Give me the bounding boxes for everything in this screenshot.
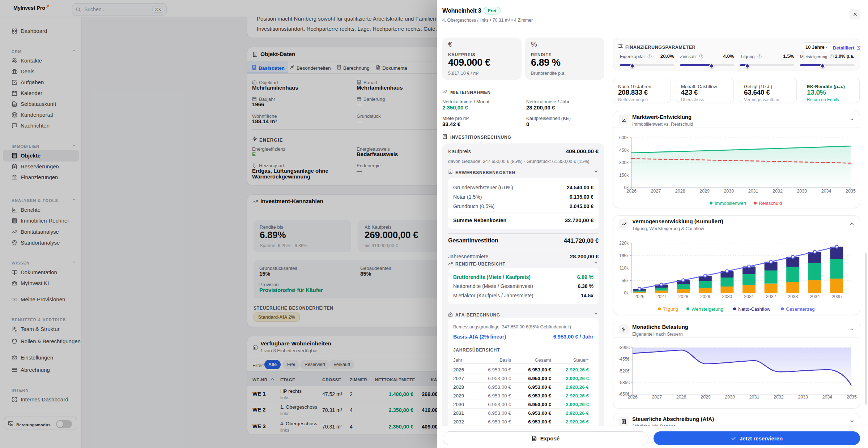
- svg-text:Netto-Cashflow: Netto-Cashflow: [738, 306, 770, 312]
- svg-text:2033: 2033: [797, 189, 807, 194]
- svg-text:300k: 300k: [619, 160, 629, 165]
- svg-text:Restschuld: Restschuld: [759, 201, 782, 206]
- svg-text:2035: 2035: [846, 189, 856, 194]
- svg-text:2033: 2033: [798, 395, 808, 400]
- svg-text:2026: 2026: [634, 294, 644, 299]
- svg-text:450k: 450k: [619, 148, 629, 153]
- svg-text:2026: 2026: [626, 189, 637, 194]
- svg-text:2032: 2032: [773, 189, 783, 194]
- svg-text:2027: 2027: [652, 395, 662, 400]
- svg-text:150k: 150k: [619, 173, 629, 178]
- svg-text:2031: 2031: [749, 395, 760, 400]
- svg-text:110k: 110k: [620, 266, 629, 271]
- svg-text:Wertsteigerung: Wertsteigerung: [692, 306, 723, 312]
- svg-text:-585€: -585€: [618, 380, 630, 385]
- svg-text:Tilgung: Tilgung: [663, 306, 678, 312]
- svg-text:Immobilienwert: Immobilienwert: [715, 201, 746, 206]
- svg-text:2033: 2033: [788, 294, 798, 299]
- svg-text:220k: 220k: [619, 241, 629, 246]
- svg-text:2029: 2029: [699, 189, 710, 194]
- svg-text:600k: 600k: [619, 135, 629, 140]
- svg-text:2031: 2031: [744, 294, 754, 299]
- svg-text:2027: 2027: [651, 189, 661, 194]
- svg-text:165k: 165k: [619, 253, 629, 258]
- svg-text:2029: 2029: [701, 395, 711, 400]
- svg-text:2029: 2029: [700, 294, 710, 299]
- svg-text:2034: 2034: [821, 189, 831, 194]
- svg-text:2028: 2028: [678, 294, 688, 299]
- svg-text:2026: 2026: [627, 395, 638, 400]
- svg-text:2035: 2035: [847, 395, 857, 400]
- svg-text:2034: 2034: [822, 395, 832, 400]
- svg-text:-520€: -520€: [618, 369, 630, 374]
- svg-text:2030: 2030: [725, 395, 735, 400]
- svg-text:2028: 2028: [676, 395, 686, 400]
- svg-text:2030: 2030: [724, 189, 734, 194]
- svg-text:2028: 2028: [675, 189, 685, 194]
- svg-text:2027: 2027: [656, 294, 667, 299]
- svg-text:2034: 2034: [810, 294, 820, 299]
- svg-text:2032: 2032: [766, 294, 776, 299]
- svg-text:2030: 2030: [722, 294, 732, 299]
- svg-text:2032: 2032: [774, 395, 784, 400]
- svg-text:Gesamtertrag: Gesamtertrag: [786, 306, 814, 312]
- svg-text:2035: 2035: [831, 294, 842, 299]
- svg-text:55k: 55k: [622, 278, 629, 283]
- svg-text:0k: 0k: [624, 290, 629, 296]
- svg-text:-390€: -390€: [618, 345, 630, 350]
- svg-text:-455€: -455€: [618, 357, 630, 362]
- svg-text:2031: 2031: [748, 189, 758, 194]
